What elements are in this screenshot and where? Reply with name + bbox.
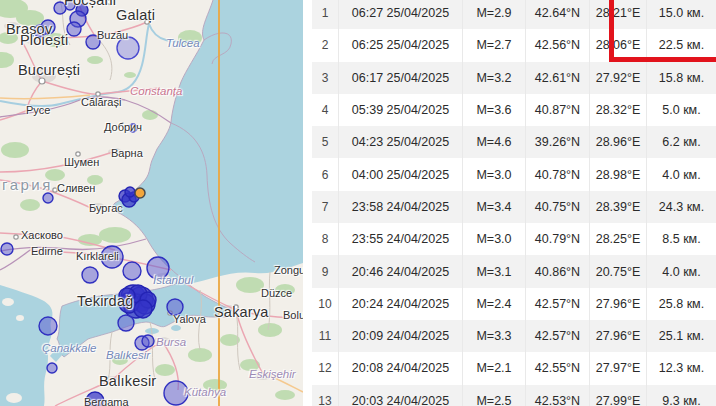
quake-marker[interactable] — [118, 315, 134, 331]
cell-lon: 28.06°E — [589, 29, 646, 61]
latest-quake-marker[interactable] — [135, 188, 145, 198]
table-row[interactable]: 1320:03 24/04/2025M=2.542.53°N27.99°E9.3… — [312, 385, 716, 406]
table-row[interactable]: 1020:24 24/04/2025M=2.442.57°N27.96°E25.… — [312, 288, 716, 320]
quake-marker[interactable] — [147, 257, 169, 279]
cell-n: 10 — [312, 288, 338, 320]
table-row[interactable]: 723:58 24/04/2025M=3.440.75°N28.39°E24.3… — [312, 191, 716, 223]
cell-depth: 15.8 км. — [646, 62, 716, 94]
town-dot — [234, 305, 238, 309]
cell-lon: 28.32°E — [589, 94, 646, 126]
quake-marker[interactable] — [1, 243, 13, 255]
quake-marker[interactable] — [164, 381, 188, 405]
table-row[interactable]: 920:46 24/04/2025M=3.140.86°N20.75°E4.0 … — [312, 255, 716, 287]
table-row[interactable]: 823:55 24/04/2025M=3.040.79°N28.25°E8.5 … — [312, 223, 716, 255]
town-dot — [96, 92, 100, 96]
cell-n: 2 — [312, 29, 338, 61]
quake-marker[interactable] — [34, 25, 46, 37]
quake-marker[interactable] — [142, 335, 154, 347]
quake-marker[interactable] — [67, 22, 81, 36]
cell-mag: M=2.5 — [462, 385, 525, 406]
quake-marker[interactable] — [125, 187, 135, 197]
cell-time: 04:00 25/04/2025 — [338, 158, 462, 190]
table-row[interactable]: 306:17 25/04/2025M=3.242.61°N27.92°E15.8… — [312, 62, 716, 94]
cell-mag: M=3.4 — [462, 191, 525, 223]
cell-lat: 40.87°N — [525, 94, 589, 126]
cell-time: 06:17 25/04/2025 — [338, 62, 462, 94]
cell-mag: M=3.2 — [462, 62, 525, 94]
table-row[interactable]: 504:23 25/04/2025M=4.639.26°N28.96°E6.2 … — [312, 126, 716, 158]
cell-mag: M=3.1 — [462, 255, 525, 287]
cell-time: 06:27 25/04/2025 — [338, 0, 462, 29]
cell-lon: 27.96°E — [589, 288, 646, 320]
table-row[interactable]: 106:27 25/04/2025M=2.942.64°N28.21°E15.0… — [312, 0, 716, 29]
quake-marker[interactable] — [129, 124, 137, 132]
cell-depth: 9.3 км. — [646, 385, 716, 406]
quake-marker[interactable] — [117, 37, 139, 59]
quake-marker[interactable] — [47, 363, 57, 373]
quake-marker[interactable] — [134, 300, 152, 318]
quake-marker[interactable] — [86, 392, 104, 406]
cell-lon: 28.39°E — [589, 191, 646, 223]
cell-depth: 24.3 км. — [646, 191, 716, 223]
cell-lon: 27.96°E — [589, 320, 646, 352]
cell-n: 4 — [312, 94, 338, 126]
cell-lon: 27.99°E — [589, 385, 646, 406]
cell-lon: 28.21°E — [589, 0, 646, 29]
table-row[interactable]: 405:39 25/04/2025M=3.640.87°N28.32°E5.0 … — [312, 94, 716, 126]
quake-marker[interactable] — [54, 2, 66, 14]
cell-mag: M=2.4 — [462, 288, 525, 320]
cell-lon: 20.75°E — [589, 255, 646, 287]
table-row[interactable]: 1220:08 24/04/2025M=2.142.55°N27.97°E12.… — [312, 352, 716, 384]
quake-marker[interactable] — [86, 35, 100, 49]
town-dot — [57, 250, 61, 254]
cell-mag: M=3.6 — [462, 94, 525, 126]
cell-mag: M=3.3 — [462, 320, 525, 352]
quake-marker[interactable] — [167, 299, 183, 315]
town-dot — [107, 0, 111, 4]
cell-lat: 39.26°N — [525, 126, 589, 158]
cell-lat: 42.53°N — [525, 385, 589, 406]
map[interactable]: FocșaniBrașovGalațiBuzăuPloieștiTulceaBu… — [0, 0, 303, 406]
town-dot — [76, 152, 80, 156]
cell-mag: M=3.0 — [462, 158, 525, 190]
cell-lat: 40.86°N — [525, 255, 589, 287]
cell-time: 20:09 24/04/2025 — [338, 320, 462, 352]
cell-depth: 5.0 км. — [646, 94, 716, 126]
cell-n: 7 — [312, 191, 338, 223]
cell-n: 9 — [312, 255, 338, 287]
cell-depth: 4.0 км. — [646, 255, 716, 287]
table-row[interactable]: 604:00 25/04/2025M=3.040.78°N28.98°E4.0 … — [312, 158, 716, 190]
cell-depth: 25.1 км. — [646, 320, 716, 352]
town-dot — [14, 235, 18, 239]
cell-depth: 15.0 км. — [646, 0, 716, 29]
cell-lon: 28.98°E — [589, 158, 646, 190]
cell-depth: 12.3 км. — [646, 352, 716, 384]
quake-marker[interactable] — [119, 288, 135, 304]
quake-marker[interactable] — [101, 246, 123, 268]
quake-marker[interactable] — [65, 0, 75, 10]
town-dot — [53, 188, 57, 192]
cell-time: 04:23 25/04/2025 — [338, 126, 462, 158]
cell-time: 05:39 25/04/2025 — [338, 94, 462, 126]
cell-n: 13 — [312, 385, 338, 406]
quake-list-panel: 106:27 25/04/2025M=2.942.64°N28.21°E15.0… — [303, 0, 716, 406]
cell-lat: 42.57°N — [525, 320, 589, 352]
cell-lat: 42.57°N — [525, 288, 589, 320]
cell-lat: 42.56°N — [525, 29, 589, 61]
cell-lat: 40.79°N — [525, 223, 589, 255]
quake-table-body: 106:27 25/04/2025M=2.942.64°N28.21°E15.0… — [312, 0, 716, 406]
quake-marker[interactable] — [39, 317, 57, 335]
cell-lat: 40.78°N — [525, 158, 589, 190]
quake-marker[interactable] — [82, 267, 98, 283]
cell-n: 1 — [312, 0, 338, 29]
cell-lon: 27.92°E — [589, 62, 646, 94]
quake-marker[interactable] — [43, 193, 53, 203]
cell-mag: M=2.1 — [462, 352, 525, 384]
cell-depth: 8.5 км. — [646, 223, 716, 255]
table-row[interactable]: 1120:09 24/04/2025M=3.342.57°N27.96°E25.… — [312, 320, 716, 352]
cell-lon: 27.97°E — [589, 352, 646, 384]
cell-time: 23:55 24/04/2025 — [338, 223, 462, 255]
table-row[interactable]: 206:25 25/04/2025M=2.742.56°N28.06°E22.5… — [312, 29, 716, 61]
cell-time: 20:46 24/04/2025 — [338, 255, 462, 287]
quake-marker[interactable] — [123, 262, 141, 280]
